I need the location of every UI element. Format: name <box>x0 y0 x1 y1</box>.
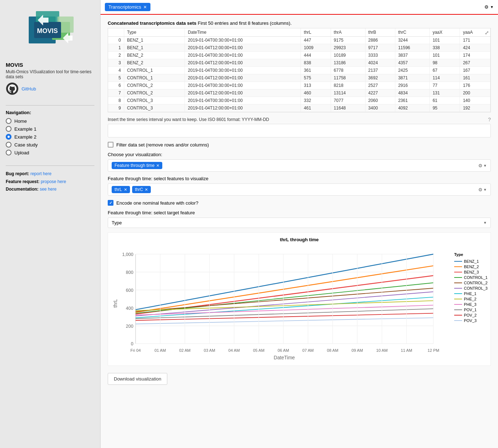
chart-svg-wrap: thrL 0 200 400 600 800 1 <box>111 245 451 363</box>
bug-report-link[interactable]: report here <box>31 171 52 176</box>
table-cell: 3837 <box>395 52 429 59</box>
svg-text:MOVIS: MOVIS <box>37 27 57 34</box>
sidebar-item-upload[interactable]: Upload <box>6 150 94 155</box>
col-header-thra: thrA <box>331 28 365 37</box>
movis-logo: MOVIS <box>25 6 75 56</box>
feature-selector[interactable]: thrL ✕ thrC ✕ ⚙ ▼ <box>108 183 491 196</box>
nav-label: Navigation: <box>6 110 94 115</box>
svg-line-41 <box>136 292 433 316</box>
table-cell: 2019-01-04T12:00:00+01:00 <box>185 104 301 112</box>
transcriptomics-tab[interactable]: Transcriptomics ✕ <box>105 3 150 11</box>
download-button[interactable]: Download visualization <box>108 373 167 385</box>
table-row: 3BENZ_22019-01-04T12:00:00+01:0083813186… <box>108 59 490 67</box>
table-cell: CONTROL_2 <box>124 82 185 89</box>
vis-selector[interactable]: Feature through time ✕ ⚙ ▼ <box>108 159 491 172</box>
feature-through-time-pill[interactable]: Feature through time ✕ <box>112 162 162 169</box>
col-header-thrb: thrB <box>365 28 395 37</box>
legend-line-phe2 <box>454 299 462 299</box>
table-cell: 101 <box>429 37 460 44</box>
divider-1 <box>6 105 94 106</box>
radio-upload[interactable] <box>6 150 11 155</box>
thrl-pill-close[interactable]: ✕ <box>124 187 127 192</box>
close-tab-icon[interactable]: ✕ <box>143 5 147 10</box>
time-series-label-text: Insert the time series interval you want… <box>108 117 269 122</box>
logo-area: MOVIS <box>6 6 94 56</box>
sidebar-item-example1[interactable]: Example 1 <box>6 126 94 132</box>
table-title-bold: Concatenated transcriptomics data sets <box>108 20 196 26</box>
legend-benz3: BENZ_3 <box>454 270 488 274</box>
table-cell: 11596 <box>395 44 429 52</box>
encode-checkbox[interactable] <box>108 200 113 206</box>
table-cell: 10189 <box>331 52 365 59</box>
target-value: Type <box>112 220 122 225</box>
table-row: 2BENZ_22019-01-04T00:30:00+01:0044410189… <box>108 52 490 59</box>
table-row: 5CONTROL_12019-01-04T12:00:00+01:0057511… <box>108 74 490 82</box>
sidebar-item-case-study[interactable]: Case study <box>6 142 94 148</box>
table-cell: BENZ_2 <box>124 52 185 59</box>
github-icon <box>6 82 19 95</box>
thrc-pill-close[interactable]: ✕ <box>145 187 148 192</box>
y-axis-label: thrL <box>113 299 118 308</box>
table-title: Concatenated transcriptomics data sets F… <box>108 20 491 26</box>
legend-pov1: POV_1 <box>454 308 488 312</box>
table-cell: CONTROL_2 <box>124 89 185 97</box>
table-row: 0BENZ_12019-01-04T00:30:00+01:0044791752… <box>108 37 490 44</box>
table-row: 4CONTROL_12019-01-04T00:30:00+01:0036167… <box>108 67 490 74</box>
chart-svg: thrL 0 200 400 600 800 1 <box>111 245 451 361</box>
thrl-pill[interactable]: thrL ✕ <box>112 186 130 193</box>
vis-gear-button[interactable]: ⚙ ▼ <box>478 163 487 168</box>
encode-row: Encode one nominal feature with color? <box>108 200 491 206</box>
table-cell: 3244 <box>395 37 429 44</box>
row-number: 2 <box>108 52 124 59</box>
vis-dropdown-icon: ▼ <box>483 164 487 168</box>
filter-checkbox[interactable] <box>108 142 113 148</box>
sidebar-item-example2[interactable]: Example 2 <box>6 134 94 140</box>
svg-text:02 AM: 02 AM <box>179 348 191 353</box>
svg-text:Fri 04: Fri 04 <box>130 348 141 353</box>
github-link[interactable]: GitHub <box>22 86 36 92</box>
time-input-box[interactable] <box>108 124 491 137</box>
radio-example1[interactable] <box>6 126 11 132</box>
target-dropdown[interactable]: Type ▼ <box>108 218 491 228</box>
top-gear-area[interactable]: ⚙ ▼ <box>484 4 494 10</box>
table-cell: CONTROL_3 <box>124 97 185 104</box>
table-cell: 2019-01-04T00:30:00+01:00 <box>185 97 301 104</box>
table-cell: 131 <box>429 89 460 97</box>
legend-benz1: BENZ_1 <box>454 259 488 263</box>
col-header-type: Type <box>124 28 185 37</box>
documentation-label: Documentation: <box>6 187 38 192</box>
table-cell: 176 <box>460 82 490 89</box>
radio-home[interactable] <box>6 118 11 124</box>
tab-label: Transcriptomics <box>108 4 141 10</box>
pill-close-icon[interactable]: ✕ <box>156 163 159 168</box>
feature-request-link[interactable]: propose here <box>41 179 66 184</box>
svg-text:04 AM: 04 AM <box>228 348 240 353</box>
svg-line-47 <box>136 318 433 324</box>
legend-label-benz2: BENZ_2 <box>464 265 479 269</box>
legend-pov3: POV_3 <box>454 318 488 323</box>
table-header-row: Type DateTime thrL thrA thrB thrC yaaX y… <box>108 28 490 37</box>
time-series-help-button[interactable]: ? <box>488 117 491 122</box>
radio-example2[interactable] <box>6 134 11 140</box>
legend-line-phe1 <box>454 293 462 294</box>
table-cell: 2916 <box>395 82 429 89</box>
legend-label-benz1: BENZ_1 <box>464 259 479 263</box>
table-cell: 1009 <box>301 44 331 52</box>
expand-icon[interactable]: ⤢ <box>485 30 489 36</box>
thrc-pill[interactable]: thrC ✕ <box>132 186 151 193</box>
feature-gear-button[interactable]: ⚙ ▼ <box>478 187 487 192</box>
table-cell: 2019-01-04T00:30:00+01:00 <box>185 67 301 74</box>
legend-label-control3: CONTROL_3 <box>464 286 488 290</box>
radio-case-study[interactable] <box>6 142 11 148</box>
nav-item-label: Example 2 <box>14 134 36 140</box>
legend-label-control1: CONTROL_1 <box>464 275 488 280</box>
legend-line-pov2 <box>454 315 462 316</box>
table-cell: 8218 <box>331 82 365 89</box>
table-cell: CONTROL_3 <box>124 104 185 112</box>
table-cell: 95 <box>429 104 460 112</box>
sidebar-item-home[interactable]: Home <box>6 118 94 124</box>
svg-text:DateTime: DateTime <box>274 355 295 360</box>
row-number: 0 <box>108 37 124 44</box>
documentation-link[interactable]: see here <box>40 187 57 192</box>
table-cell: 3692 <box>365 74 395 82</box>
